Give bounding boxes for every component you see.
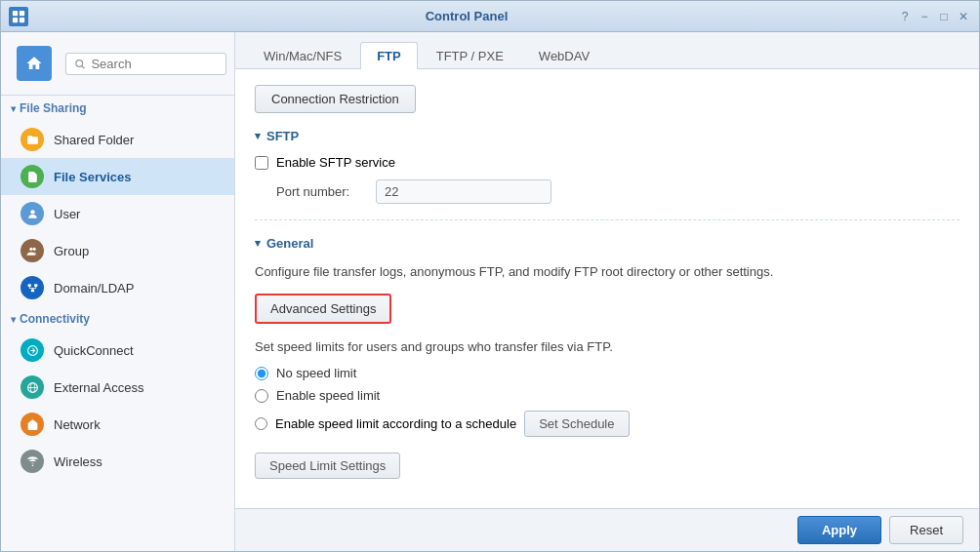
general-section-header: ▾ General (255, 236, 960, 251)
sidebar-item-user[interactable]: User (1, 195, 234, 232)
speed-limit-schedule-row: Enable speed limit according to a schedu… (255, 411, 960, 437)
speed-limit-description: Set speed limits for users and groups wh… (255, 337, 960, 357)
sidebar-item-label-network: Network (54, 417, 101, 432)
svg-rect-3 (20, 17, 24, 21)
main-layout: ▾ File Sharing Shared Folder File Servic… (1, 32, 979, 551)
sidebar-item-label-user: User (54, 207, 80, 221)
no-speed-limit-label: No speed limit (276, 366, 356, 380)
apply-button[interactable]: Apply (797, 516, 881, 544)
general-section: ▾ General Configure file transfer logs, … (255, 236, 960, 494)
sidebar-item-label-file-services: File Services (54, 170, 132, 184)
content-scroll: Connection Restriction ▾ SFTP Enable SFT… (235, 69, 979, 508)
svg-rect-1 (20, 10, 24, 15)
chevron-down-icon-general: ▾ (255, 237, 261, 250)
sidebar-item-label-domain-ldap: Domain/LDAP (54, 281, 134, 296)
quickconnect-icon (20, 338, 44, 362)
tabs-bar: Win/Mac/NFS FTP TFTP / PXE WebDAV (235, 32, 979, 69)
no-speed-limit-radio[interactable] (255, 367, 268, 380)
enable-sftp-label: Enable SFTP service (276, 155, 395, 170)
section-label-file-sharing: File Sharing (20, 101, 87, 115)
sidebar-item-group[interactable]: Group (1, 232, 234, 269)
search-icon (74, 58, 85, 70)
search-input[interactable] (91, 57, 218, 71)
section-label-connectivity: Connectivity (20, 312, 90, 326)
sidebar-item-domain-ldap[interactable]: Domain/LDAP (1, 269, 234, 306)
chevron-down-icon-sftp: ▾ (255, 130, 261, 142)
advanced-settings-button[interactable]: Advanced Settings (255, 294, 391, 324)
reset-button[interactable]: Reset (889, 516, 963, 544)
section-header-file-sharing[interactable]: ▾ File Sharing (1, 96, 234, 121)
sftp-section-title: SFTP (266, 129, 299, 143)
sidebar-item-file-services[interactable]: File Services (1, 158, 234, 195)
sidebar-item-label-quickconnect: QuickConnect (54, 343, 134, 358)
enable-speed-limit-radio[interactable] (255, 389, 268, 403)
sidebar: ▾ File Sharing Shared Folder File Servic… (1, 32, 235, 551)
minimize-button[interactable]: − (917, 9, 932, 24)
general-section-title: General (266, 236, 313, 251)
sidebar-item-label-shared-folder: Shared Folder (54, 133, 134, 147)
enable-speed-limit-row: Enable speed limit (255, 388, 960, 403)
svg-point-7 (29, 247, 32, 250)
speed-limit-schedule-label: Enable speed limit according to a schedu… (275, 416, 516, 431)
tab-webdav[interactable]: WebDAV (522, 42, 606, 69)
enable-sftp-row: Enable SFTP service (255, 155, 960, 170)
domain-ldap-icon (20, 276, 44, 299)
chevron-down-icon: ▾ (11, 103, 16, 114)
app-icon (9, 7, 28, 26)
footer: Apply Reset (235, 508, 979, 551)
set-schedule-button[interactable]: Set Schedule (524, 411, 629, 437)
home-button[interactable] (17, 46, 52, 81)
control-panel-window: Control Panel ? − □ ✕ (0, 0, 980, 552)
close-button[interactable]: ✕ (956, 9, 971, 24)
port-number-row: Port number: (276, 179, 960, 204)
titlebar: Control Panel ? − □ ✕ (1, 1, 979, 32)
enable-sftp-checkbox[interactable] (255, 156, 268, 170)
sidebar-item-network[interactable]: Network (1, 406, 234, 443)
sidebar-item-label-external-access: External Access (54, 380, 144, 395)
help-button[interactable]: ? (897, 9, 913, 24)
svg-rect-11 (30, 289, 33, 292)
shared-folder-icon (20, 128, 44, 151)
enable-speed-limit-label: Enable speed limit (276, 388, 380, 403)
sftp-section-header: ▾ SFTP (255, 129, 960, 143)
network-icon (20, 413, 44, 436)
section-header-connectivity[interactable]: ▾ Connectivity (1, 306, 234, 332)
sidebar-item-shared-folder[interactable]: Shared Folder (1, 121, 234, 158)
svg-point-20 (31, 464, 33, 466)
titlebar-title: Control Panel (36, 9, 897, 23)
content-area: Win/Mac/NFS FTP TFTP / PXE WebDAV Connec… (235, 32, 979, 551)
svg-rect-9 (27, 284, 30, 287)
sidebar-item-external-access[interactable]: External Access (1, 369, 234, 406)
general-description: Configure file transfer logs, anonymous … (255, 262, 960, 282)
svg-rect-10 (34, 284, 37, 287)
no-speed-limit-row: No speed limit (255, 366, 960, 380)
wireless-icon (20, 450, 44, 473)
speed-limit-settings-button[interactable]: Speed Limit Settings (255, 453, 400, 479)
svg-rect-0 (13, 10, 18, 15)
svg-point-8 (32, 247, 35, 250)
svg-line-5 (82, 65, 85, 68)
tab-tftp-pxe[interactable]: TFTP / PXE (420, 42, 520, 69)
sidebar-top (1, 32, 234, 96)
group-icon (20, 239, 44, 262)
tab-ftp[interactable]: FTP (360, 42, 418, 69)
file-services-icon (20, 165, 44, 188)
maximize-button[interactable]: □ (936, 9, 952, 24)
user-icon (20, 202, 44, 225)
port-number-input[interactable] (376, 179, 551, 204)
window-controls: ? − □ ✕ (897, 9, 971, 24)
sidebar-item-quickconnect[interactable]: QuickConnect (1, 332, 234, 369)
search-box (65, 53, 226, 75)
port-number-label: Port number: (276, 184, 364, 199)
sidebar-item-label-wireless: Wireless (54, 454, 102, 469)
sftp-section: ▾ SFTP Enable SFTP service Port number: (255, 129, 960, 220)
svg-point-4 (76, 59, 83, 66)
sidebar-item-label-group: Group (54, 244, 89, 258)
tab-win-mac-nfs[interactable]: Win/Mac/NFS (247, 42, 358, 69)
speed-limit-schedule-radio[interactable] (255, 417, 267, 430)
svg-point-6 (30, 210, 34, 214)
connection-restriction-button[interactable]: Connection Restriction (255, 85, 416, 113)
chevron-down-icon-connectivity: ▾ (11, 314, 16, 325)
sidebar-item-wireless[interactable]: Wireless (1, 443, 234, 480)
svg-rect-2 (13, 17, 18, 21)
